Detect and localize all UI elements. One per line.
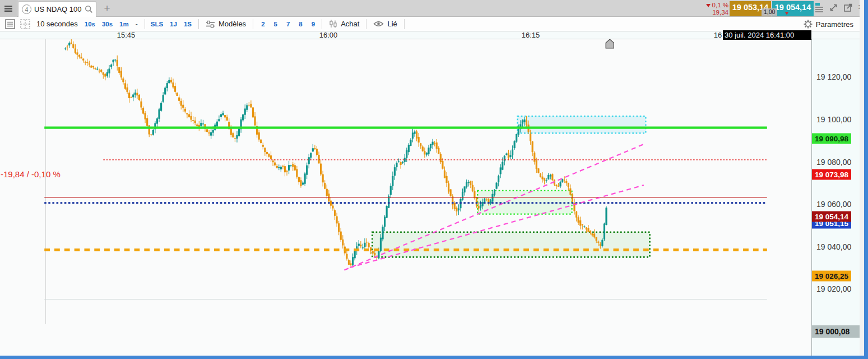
instrument-tab[interactable]: 4 US NDAQ 100 <box>18 1 96 17</box>
level-label-orange[interactable]: 19 026,25 <box>812 270 851 281</box>
candle-body <box>124 83 126 89</box>
candle-body <box>280 167 282 169</box>
linked-toggle[interactable]: Lié <box>373 20 397 28</box>
popout-window-icon[interactable] <box>843 3 853 12</box>
candle-body <box>352 257 354 265</box>
candle-body <box>575 211 577 218</box>
candle-body <box>530 134 531 141</box>
candle-body <box>386 206 388 218</box>
candle-body <box>94 68 96 69</box>
window-edge-right <box>864 0 868 359</box>
layout-count-2[interactable]: 2 <box>261 21 264 27</box>
time-axis[interactable]: 15:4516:0016:1516 30 juil. 2024 16:41:00 <box>0 31 861 39</box>
market-depth-icon[interactable] <box>815 2 824 13</box>
candle-body <box>438 148 439 154</box>
buy-ask-button[interactable]: 19 054,14 1,00 <box>772 1 814 16</box>
new-tab-button[interactable]: + <box>100 0 114 17</box>
candle-body <box>142 108 144 114</box>
candle-body <box>304 173 305 183</box>
layout-count-5[interactable]: 5 <box>274 21 277 27</box>
candle-body <box>80 57 82 58</box>
candle-body <box>561 179 563 182</box>
candle-body <box>232 133 234 137</box>
range-button-1s[interactable]: 1S <box>184 21 192 27</box>
layout-count-7[interactable]: 7 <box>286 21 290 27</box>
search-icon[interactable] <box>85 5 92 13</box>
timeframe-label[interactable]: 10 secondes <box>36 20 78 28</box>
level-label-green[interactable]: 19 090,98 <box>812 134 851 144</box>
price-tick: 19 080,00 <box>816 158 851 167</box>
candle-body <box>522 120 523 123</box>
candle-body <box>601 240 603 246</box>
hamburger-icon <box>4 5 13 12</box>
main-menu-button[interactable] <box>0 0 17 17</box>
position-label-darkred[interactable]: 19 054,14 <box>812 211 851 222</box>
price-tick: 19 100,00 <box>816 115 851 124</box>
layout-grid-icon[interactable] <box>20 19 30 29</box>
candlestick-chart[interactable] <box>0 39 811 359</box>
candle-body <box>294 165 296 170</box>
eye-icon <box>373 20 384 27</box>
candle-body <box>526 121 527 125</box>
candle-body <box>78 55 80 57</box>
candle-body <box>491 194 493 202</box>
candle-body <box>244 108 246 114</box>
candle-body <box>508 153 509 158</box>
chart-area[interactable]: -19,84 / -0,10 % <box>0 39 811 359</box>
change-absolute: 19,34 <box>702 9 728 16</box>
tf-button-10s[interactable]: 10s <box>85 21 95 27</box>
candle-body <box>564 180 565 180</box>
candle-body <box>174 86 176 91</box>
candle-body <box>558 186 559 187</box>
candle-body <box>268 154 270 157</box>
candle-body <box>114 59 116 60</box>
candle-body <box>416 131 417 139</box>
candle-body <box>537 168 539 173</box>
window-controls: × <box>815 2 864 13</box>
candle-body <box>284 166 286 172</box>
candle-body <box>582 224 583 225</box>
zone-box-darkgreen[interactable] <box>372 232 649 257</box>
layout-count-9[interactable]: 9 <box>312 21 315 27</box>
candle-body <box>468 182 470 183</box>
indicator-list-icon[interactable] <box>5 19 15 29</box>
candle-body <box>68 43 70 45</box>
candle-body <box>378 251 379 258</box>
candle-body <box>565 181 567 183</box>
candle-body <box>72 44 74 48</box>
candle-body <box>290 165 292 165</box>
candle-body <box>578 217 579 223</box>
price-axis[interactable]: 19 120,0019 100,0019 080,0019 060,0019 0… <box>811 39 860 359</box>
alert-label-red[interactable]: 19 073,98 <box>812 169 851 180</box>
candle-body <box>400 162 401 165</box>
tf-button-custom[interactable]: - <box>136 20 138 28</box>
buy-button[interactable]: Achat <box>329 20 359 28</box>
tab-bar: 4 US NDAQ 100 + 0,1 % 19,34 19 053,14 19… <box>0 0 868 17</box>
candle-body <box>224 115 226 117</box>
zone-box-cyan[interactable] <box>518 116 646 133</box>
settings-button[interactable]: Paramètres <box>804 17 853 31</box>
price-ticker: 0,1 % 19,34 19 053,14 19 054,14 1,00 <box>702 1 814 16</box>
candle-body <box>334 210 336 216</box>
candle-body <box>593 234 595 238</box>
price-tick: 19 120,00 <box>816 72 851 81</box>
price-tick: 19 020,00 <box>816 284 851 293</box>
tf-button-30s[interactable]: 30s <box>102 21 113 27</box>
tf-button-1m[interactable]: 1m <box>119 21 129 27</box>
range-button-sls[interactable]: SLS <box>151 21 163 27</box>
chart-toolbar: 10 secondes 10s 30s 1m - SLS 1J 1S Modèl… <box>0 17 868 31</box>
candle-body <box>86 62 88 63</box>
layout-count-8[interactable]: 8 <box>299 21 302 27</box>
candle-body <box>428 148 429 154</box>
candle-body <box>600 244 601 246</box>
candle-body <box>384 217 386 227</box>
range-button-1j[interactable]: 1J <box>170 21 177 27</box>
candle-body <box>408 145 410 152</box>
expand-icon[interactable] <box>829 3 838 12</box>
order-marker[interactable] <box>606 39 614 48</box>
candle-body <box>418 137 420 142</box>
candle-body <box>422 146 424 151</box>
tab-title: US NDAQ 100 <box>34 5 82 13</box>
models-button[interactable]: Modèles <box>206 20 246 28</box>
candle-body <box>494 190 495 195</box>
